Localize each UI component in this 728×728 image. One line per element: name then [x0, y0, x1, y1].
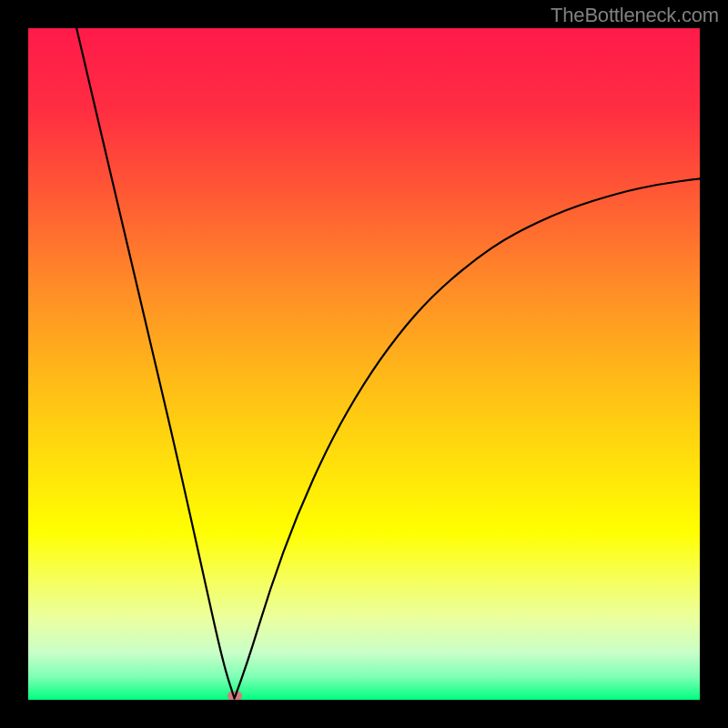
- chart-frame: TheBottleneck.com: [0, 0, 728, 728]
- plot-area: [28, 28, 700, 700]
- watermark-text: TheBottleneck.com: [551, 4, 719, 27]
- bottleneck-curve: [28, 28, 700, 700]
